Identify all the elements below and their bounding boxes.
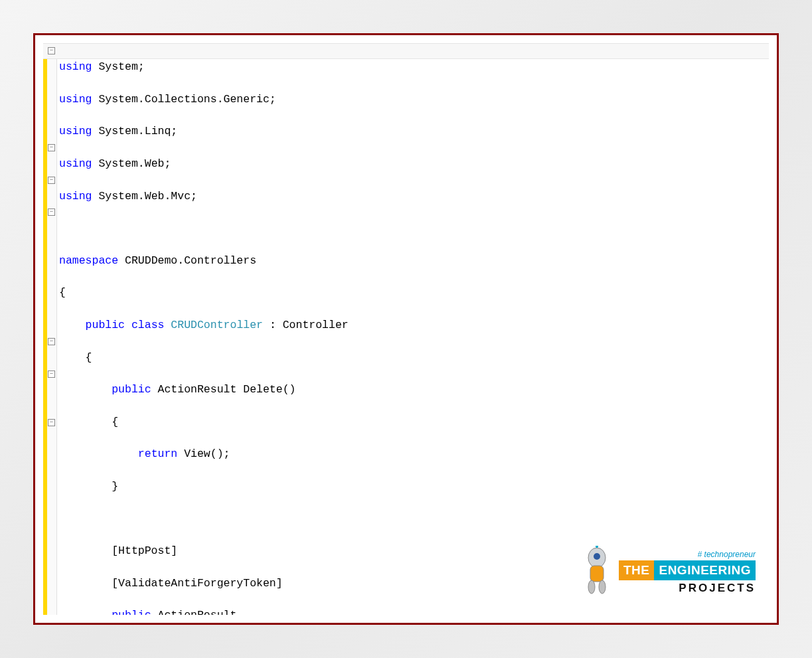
code-text: ActionResult	[151, 609, 237, 615]
keyword: using	[59, 190, 92, 203]
keyword: using	[59, 157, 92, 170]
fold-icon[interactable]: −	[48, 370, 55, 378]
code-text: System.Web.Mvc;	[92, 190, 197, 203]
robot-icon	[579, 546, 615, 595]
svg-point-3	[588, 580, 595, 594]
watermark-logo: # technopreneur THE ENGINEERING PROJECTS	[579, 546, 756, 595]
code-text: : Controller	[263, 319, 349, 331]
keyword: using	[59, 125, 92, 137]
type-name: CRUDController	[171, 319, 263, 331]
svg-rect-2	[590, 566, 604, 582]
watermark-tagline: # technopreneur	[698, 550, 756, 559]
keyword: return	[138, 448, 177, 460]
svg-point-6	[596, 546, 598, 548]
watermark-projects: PROJECTS	[679, 582, 756, 595]
attribute: [HttpPost]	[59, 544, 177, 557]
keyword: class	[131, 319, 165, 331]
keyword: public	[86, 319, 125, 331]
code-text: ActionResult Delete()	[151, 383, 296, 396]
attribute: [ValidateAntiForgeryToken]	[59, 577, 283, 590]
brace: }	[59, 480, 118, 493]
outline-margin	[47, 43, 57, 615]
watermark-engineering: ENGINEERING	[654, 560, 756, 580]
brace: {	[59, 416, 118, 428]
fold-icon[interactable]: −	[48, 338, 55, 345]
fold-icon[interactable]: −	[48, 208, 55, 216]
code-editor[interactable]: − − − − − − − using System; using System…	[43, 43, 769, 615]
svg-point-1	[594, 553, 600, 560]
code-frame: − − − − − − − using System; using System…	[33, 33, 779, 625]
brace: {	[59, 286, 66, 299]
code-text: System.Collections.Generic;	[92, 93, 276, 106]
keyword: public	[112, 609, 151, 615]
fold-icon[interactable]: −	[48, 177, 55, 184]
keyword: public	[112, 383, 151, 396]
code-text: CRUDDemo.Controllers	[118, 254, 256, 267]
fold-icon[interactable]: −	[48, 144, 55, 151]
indent	[59, 319, 86, 331]
code-text: System;	[92, 60, 145, 73]
code-text[interactable]: using System; using System.Collections.G…	[59, 43, 769, 615]
watermark-the: THE	[619, 560, 655, 580]
code-text: System.Linq;	[92, 125, 178, 137]
keyword: namespace	[59, 254, 118, 267]
keyword: using	[59, 60, 92, 73]
fold-icon[interactable]: −	[48, 419, 55, 426]
svg-point-4	[599, 580, 606, 594]
code-text: System.Web;	[92, 157, 171, 170]
fold-icon[interactable]: −	[48, 47, 55, 54]
keyword: using	[59, 93, 92, 106]
code-text: View();	[177, 448, 230, 460]
brace: {	[59, 351, 92, 364]
